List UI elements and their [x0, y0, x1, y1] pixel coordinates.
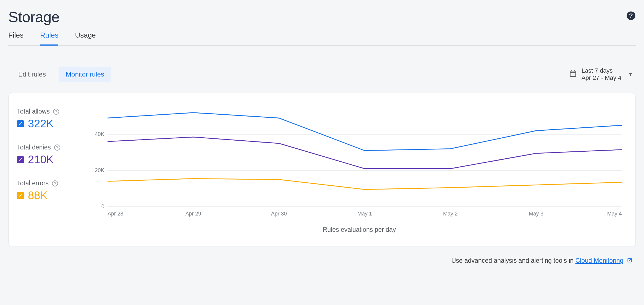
legend-value-errors: 88K	[28, 189, 48, 202]
help-icon[interactable]: ?	[626, 11, 636, 23]
footer-text: Use advanced analysis and alerting tools…	[451, 257, 575, 264]
tab-usage[interactable]: Usage	[75, 31, 96, 45]
date-label: Last 7 days	[582, 67, 621, 74]
info-icon[interactable]: ?	[54, 144, 60, 151]
checkbox-allows[interactable]: ✓	[17, 120, 24, 127]
date-range: Apr 27 - May 4	[582, 74, 621, 81]
svg-text:Apr 29: Apr 29	[185, 211, 201, 217]
calendar-icon	[569, 69, 577, 80]
svg-text:May 1: May 1	[357, 211, 372, 217]
svg-text:May 2: May 2	[443, 211, 458, 217]
legend-label-errors: Total errors	[17, 180, 49, 187]
tab-files[interactable]: Files	[8, 31, 23, 45]
tab-bar: Files Rules Usage	[8, 31, 636, 46]
tab-rules[interactable]: Rules	[40, 31, 58, 46]
monitor-rules-button[interactable]: Monitor rules	[59, 67, 111, 82]
legend-label-allows: Total allows	[17, 108, 50, 115]
svg-text:20K: 20K	[95, 167, 104, 173]
svg-text:?: ?	[629, 12, 633, 19]
svg-text:May 3: May 3	[529, 211, 543, 217]
legend-label-denies: Total denies	[17, 144, 51, 151]
checkbox-errors[interactable]: ✓	[17, 192, 24, 199]
svg-text:Apr 30: Apr 30	[271, 211, 287, 217]
legend-value-denies: 210K	[28, 153, 54, 166]
page-title: Storage	[8, 8, 60, 25]
svg-text:Apr 28: Apr 28	[108, 211, 123, 217]
line-chart: 020K40KApr 28Apr 29Apr 30May 1May 2May 3…	[91, 104, 627, 220]
chart-xlabel: Rules evaluations per day	[91, 226, 627, 233]
chart-card: Total allows ? ✓ 322K Total denies ? ✓ 2…	[8, 93, 636, 246]
legend-item-allows: Total allows ? ✓ 322K	[17, 108, 83, 130]
svg-text:May 4: May 4	[607, 211, 622, 217]
chevron-down-icon: ▼	[628, 72, 633, 77]
legend-value-allows: 322K	[28, 117, 54, 130]
legend-item-denies: Total denies ? ✓ 210K	[17, 144, 83, 166]
svg-text:40K: 40K	[95, 131, 104, 137]
svg-text:0: 0	[101, 203, 104, 209]
legend: Total allows ? ✓ 322K Total denies ? ✓ 2…	[17, 104, 83, 233]
checkbox-denies[interactable]: ✓	[17, 156, 24, 163]
footer-note: Use advanced analysis and alerting tools…	[8, 257, 636, 265]
info-icon[interactable]: ?	[53, 109, 59, 115]
cloud-monitoring-link[interactable]: Cloud Monitoring	[575, 257, 624, 264]
edit-rules-button[interactable]: Edit rules	[11, 67, 53, 82]
legend-item-errors: Total errors ? ✓ 88K	[17, 180, 83, 202]
date-range-picker[interactable]: Last 7 days Apr 27 - May 4 ▼	[569, 67, 633, 81]
info-icon[interactable]: ?	[52, 180, 58, 186]
external-link-icon	[627, 257, 632, 264]
